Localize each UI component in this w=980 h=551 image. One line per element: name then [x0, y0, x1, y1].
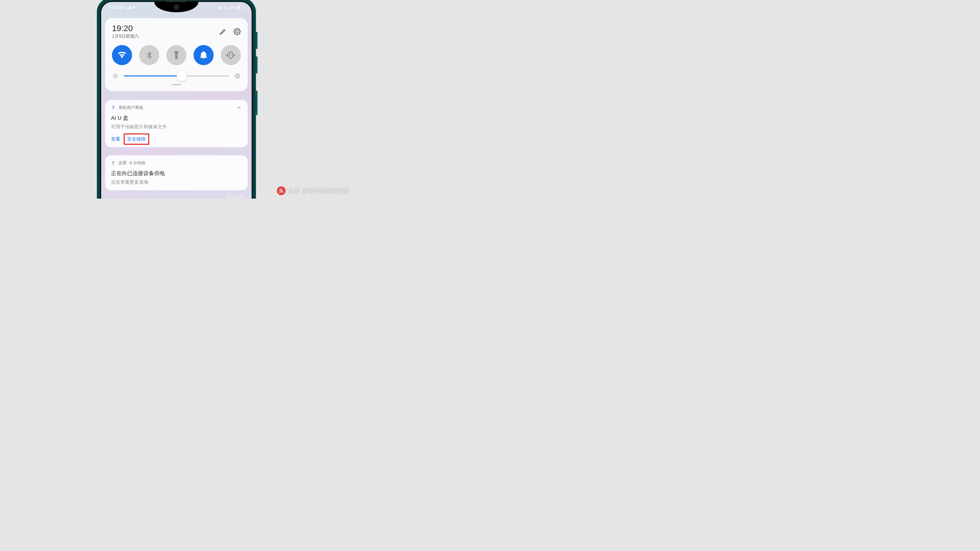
- usb-icon: [111, 105, 115, 110]
- eye-icon: [218, 6, 222, 10]
- battery-percent: 26%: [229, 6, 236, 10]
- brightness-high-icon: [234, 73, 241, 79]
- usb-drive-notification[interactable]: 系统用户界面 AI U 盘 可用于传输照片和媒体文件 查看 安全移除: [105, 100, 248, 147]
- phone-frame: 中国联通 4G 2: [97, 0, 256, 198]
- power-button: [256, 91, 258, 115]
- brightness-slider[interactable]: [124, 75, 229, 76]
- svg-rect-1: [229, 52, 232, 58]
- status-bar-right: 26%: [218, 6, 244, 10]
- watermark: 头 头条 @玩手机的张先生: [277, 186, 349, 195]
- quick-toggles-row: [112, 45, 241, 65]
- view-action[interactable]: 查看: [111, 136, 120, 142]
- edit-icon[interactable]: [219, 28, 227, 35]
- notification-app-label: 设置: [118, 160, 127, 166]
- notification-actions: 查看 安全移除: [111, 136, 242, 142]
- watermark-handle: @玩手机的张先生: [302, 187, 349, 195]
- toutiao-logo-icon: 头: [277, 186, 286, 195]
- dnd-toggle[interactable]: [194, 45, 214, 65]
- volume-up-button: [256, 32, 258, 49]
- carrier-label: 中国联通: [108, 5, 122, 10]
- battery-level: [238, 6, 239, 9]
- panel-header: 19:20 1月9日星期六: [112, 24, 241, 39]
- battery-icon: [237, 6, 244, 9]
- vibrate-icon: [226, 51, 235, 60]
- notification-body: 点击查看更多选项: [111, 179, 242, 186]
- clock-time: 19:20: [112, 24, 139, 32]
- notification-title: 正在向已连接设备供电: [111, 170, 242, 177]
- panel-grabber[interactable]: [172, 84, 181, 85]
- notification-header: 系统用户界面: [111, 105, 242, 110]
- notification-body: 可用于传输照片和媒体文件: [111, 124, 242, 130]
- phone-speaker: [167, 0, 186, 2]
- usb-icon: [111, 160, 115, 166]
- notification-manage-link[interactable]: 通知管理: [226, 194, 245, 198]
- status-bar-left: 中国联通 4G: [108, 5, 136, 10]
- brightness-thumb[interactable]: [177, 71, 187, 81]
- notification-app-label: 系统用户界面: [118, 105, 143, 110]
- chevron-up-icon[interactable]: [236, 105, 242, 110]
- screen: 中国联通 4G 2: [101, 2, 251, 198]
- brightness-slider-row: [112, 73, 241, 79]
- brightness-low-icon: [112, 73, 119, 79]
- notification-header: 设置 8 分钟前: [111, 160, 242, 166]
- bluetooth-toggle[interactable]: [139, 45, 159, 65]
- notification-time: 8 分钟前: [130, 160, 146, 166]
- wifi-icon: [117, 51, 127, 60]
- quick-settings-panel: 19:20 1月9日星期六: [105, 18, 248, 91]
- bell-icon: [199, 51, 208, 60]
- brightness-fill: [124, 75, 182, 76]
- watermark-brand: 头条: [288, 187, 300, 195]
- vibrate-toggle[interactable]: [221, 45, 241, 65]
- bluetooth-icon: [145, 51, 154, 60]
- flashlight-icon: [172, 51, 181, 60]
- alarm-icon: [224, 6, 228, 10]
- svg-point-3: [236, 75, 239, 78]
- clock-date: 1月9日星期六: [112, 33, 139, 39]
- panel-header-icons: [219, 28, 241, 35]
- wifi-toggle[interactable]: [112, 45, 132, 65]
- phone-side-buttons: [256, 17, 258, 115]
- signal-icon: [127, 6, 131, 9]
- notification-title: AI U 盘: [111, 114, 242, 122]
- time-block: 19:20 1月9日星期六: [112, 24, 139, 39]
- phone-bezel: 中国联通 4G 2: [100, 1, 253, 198]
- flashlight-toggle[interactable]: [166, 45, 186, 65]
- safe-eject-action[interactable]: 安全移除: [124, 133, 149, 145]
- volume-down-button: [256, 56, 258, 73]
- network-badge: 4G: [123, 6, 126, 9]
- gear-icon[interactable]: [234, 28, 241, 35]
- usb-power-notification[interactable]: 设置 8 分钟前 正在向已连接设备供电 点击查看更多选项: [105, 155, 248, 190]
- svg-point-2: [114, 75, 116, 77]
- wifi-status-icon: [132, 6, 136, 9]
